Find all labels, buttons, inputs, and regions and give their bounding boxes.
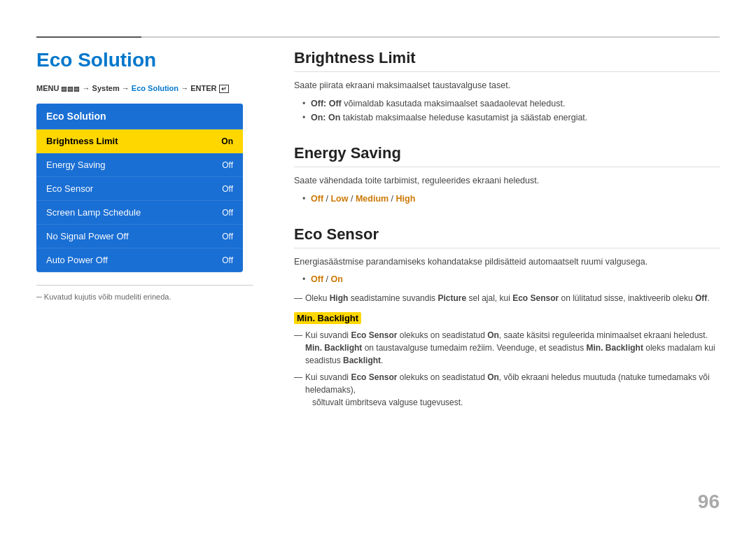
bullet-item: On: On takistab maksimaalse heleduse kas… bbox=[302, 111, 720, 125]
eco-sensor-note3: Kui suvandi Eco Sensor olekuks on seadis… bbox=[294, 371, 720, 409]
menu-path-eco: Eco Solution bbox=[132, 84, 178, 92]
menu-item-label: Brightness Limit bbox=[46, 136, 118, 146]
menu-item-auto-power[interactable]: Auto Power Off Off bbox=[36, 248, 243, 272]
eco-sensor-note2: Kui suvandi Eco Sensor olekuks on seadis… bbox=[294, 329, 720, 367]
footnote-section: ─ Kuvatud kujutis võib mudeliti erineda. bbox=[36, 285, 253, 301]
menu-item-value: Off bbox=[222, 208, 233, 218]
brightness-limit-desc: Saate piirata ekraani maksimaalset taust… bbox=[294, 79, 720, 92]
menu-item-value: Off bbox=[222, 184, 233, 194]
menu-path: MENU ▤▤▤ → System → Eco Solution → ENTER… bbox=[36, 84, 253, 92]
left-panel: Eco Solution MENU ▤▤▤ → System → Eco Sol… bbox=[36, 49, 253, 301]
footnote-text: ─ Kuvatud kujutis võib mudeliti erineda. bbox=[36, 293, 253, 301]
energy-saving-desc: Saate vähendada toite tarbimist, regulee… bbox=[294, 174, 720, 188]
min-backlight-label: Min. Backlight bbox=[294, 312, 361, 324]
menu-item-value: Off bbox=[222, 255, 233, 265]
menu-item-energy-saving[interactable]: Energy Saving Off bbox=[36, 153, 243, 177]
eco-sensor-title: Eco Sensor bbox=[294, 225, 720, 248]
right-panel: Brightness Limit Saate piirata ekraani m… bbox=[294, 49, 720, 428]
eco-sensor-bullets: Off / On bbox=[294, 272, 720, 286]
bullet-item: Off / On bbox=[302, 272, 720, 286]
menu-item-value: Off bbox=[222, 232, 233, 241]
menu-item-label: Energy Saving bbox=[46, 160, 106, 170]
section-brightness-limit: Brightness Limit Saate piirata ekraani m… bbox=[294, 49, 720, 125]
energy-saving-bullets: Off / Low / Medium / High bbox=[294, 192, 720, 206]
bullet-item: Off / Low / Medium / High bbox=[302, 192, 720, 206]
section-eco-sensor: Eco Sensor Energiasäästmise parandamisek… bbox=[294, 225, 720, 409]
menu-item-eco-sensor[interactable]: Eco Sensor Off bbox=[36, 177, 243, 201]
menu-item-label: Eco Sensor bbox=[46, 183, 93, 194]
menu-box-header: Eco Solution bbox=[36, 104, 243, 129]
menu-item-no-signal[interactable]: No Signal Power Off Off bbox=[36, 225, 243, 248]
page-number: 96 bbox=[698, 491, 720, 513]
menu-item-label: Screen Lamp Schedule bbox=[46, 207, 141, 218]
page-title: Eco Solution bbox=[36, 49, 253, 71]
eco-sensor-desc: Energiasäästmise parandamiseks kohandata… bbox=[294, 255, 720, 269]
brightness-limit-bullets: Off: Off võimaldab kasutada maksimaalset… bbox=[294, 97, 720, 125]
menu-item-label: No Signal Power Off bbox=[46, 231, 129, 241]
menu-box: Eco Solution Brightness Limit On Energy … bbox=[36, 104, 243, 272]
menu-item-screen-lamp[interactable]: Screen Lamp Schedule Off bbox=[36, 201, 243, 225]
menu-item-label: Auto Power Off bbox=[46, 255, 108, 265]
bullet-item: Off: Off võimaldab kasutada maksimaalset… bbox=[302, 97, 720, 111]
menu-item-brightness-limit[interactable]: Brightness Limit On bbox=[36, 129, 243, 153]
menu-item-value: Off bbox=[222, 160, 233, 170]
energy-saving-title: Energy Saving bbox=[294, 144, 720, 167]
section-energy-saving: Energy Saving Saate vähendada toite tarb… bbox=[294, 144, 720, 206]
brightness-limit-title: Brightness Limit bbox=[294, 49, 720, 72]
menu-item-value: On bbox=[221, 136, 233, 146]
eco-sensor-note1: Oleku High seadistamine suvandis Picture… bbox=[294, 292, 720, 304]
top-divider-accent bbox=[36, 36, 141, 38]
